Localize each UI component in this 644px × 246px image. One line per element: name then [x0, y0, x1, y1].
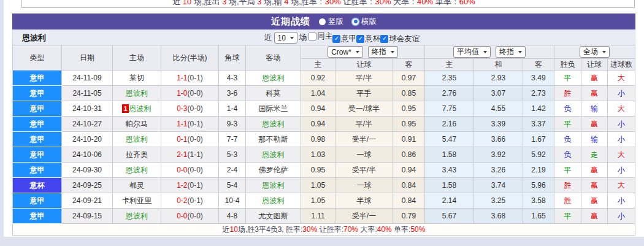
away-team-cell[interactable]: 恩波利 — [246, 71, 301, 86]
checkbox-checked-icon[interactable]: ✓ — [332, 35, 340, 43]
layout-horizontal-radio[interactable]: 横版 — [352, 17, 377, 27]
result-glyph: 赢 — [591, 212, 598, 220]
home-team-cell[interactable]: 莱切 — [113, 71, 161, 86]
result-handicap-cell: 输 — [581, 101, 608, 117]
chevron-down-icon — [391, 51, 394, 53]
filter-checkbox[interactable]: ✓球会友谊 — [380, 34, 420, 44]
result-glyph: 赢 — [591, 166, 598, 174]
layout-vertical-radio[interactable]: 竖版 — [319, 17, 343, 27]
result-glyph: 赢 — [591, 74, 598, 82]
league-filter-checkboxes: 同主✓意甲✓意杯✓球会友谊 — [309, 31, 420, 44]
handicap-cell: 一球 — [335, 147, 393, 163]
result-glyph: 平 — [564, 212, 572, 220]
stats-segment: 50% — [410, 225, 425, 234]
halftime-score: (0-0) — [188, 212, 203, 220]
result-glyph: 大 — [618, 150, 625, 159]
result-glyph: 负 — [564, 104, 572, 113]
score-cell[interactable]: 0-3(0-0) — [161, 101, 219, 117]
avg-home-cell: 2.16 — [425, 117, 474, 132]
home-team-cell[interactable]: 卡利亚里 — [113, 193, 161, 209]
result-wdl-cell: 平 — [554, 71, 581, 86]
sub-col-header: 让球 — [335, 59, 393, 71]
score-cell[interactable]: 0-0(0-0) — [161, 163, 219, 178]
average-select[interactable]: 平均值 — [453, 46, 491, 58]
score-cell[interactable]: 1-0(0-0) — [161, 86, 219, 101]
result-wdl-cell: 平 — [554, 117, 581, 132]
score-cell[interactable]: 1-1(0-1) — [161, 117, 219, 132]
result-glyph: 输 — [591, 135, 598, 144]
result-glyph: 小 — [618, 135, 625, 144]
home-team-cell[interactable]: 帕尔马 — [113, 117, 161, 132]
stats-segment: 场,输 — [261, 0, 284, 6]
result-glyph: 胜 — [564, 181, 572, 190]
stats-segment: 大率: — [358, 225, 377, 234]
games-count-select[interactable]: 10 — [274, 32, 297, 44]
home-team-cell[interactable]: 恩波利 — [113, 132, 161, 147]
checkbox-checked-icon[interactable]: ✓ — [380, 35, 388, 43]
score-cell[interactable]: 0-0(0-0) — [161, 209, 219, 224]
score-cell[interactable]: 2-1(1-1) — [161, 147, 219, 163]
full-match-select[interactable]: 全场 — [580, 46, 610, 58]
home-team-name: 恩波利 — [126, 89, 148, 98]
away-team-cell[interactable]: 恩波利 — [246, 117, 301, 132]
sub-col-header: 让球 — [581, 59, 608, 71]
stats-segment: 场,平局 — [226, 0, 257, 6]
score-cell[interactable]: 1-2(0-1) — [161, 178, 219, 193]
home-team-cell[interactable]: 拉齐奥 — [113, 147, 161, 163]
summary-stats-line: 近10场,胜3平4负3, 胜率:30% 让胜率:70% 大率:40% 单率:50… — [13, 224, 635, 236]
home-team-cell[interactable]: 恩波利 — [113, 86, 161, 101]
filter-checkbox[interactable]: ✓意甲 — [332, 34, 356, 44]
away-team-cell[interactable]: 国际米兰 — [246, 101, 301, 117]
home-team-cell[interactable]: 都灵 — [113, 178, 161, 193]
previous-section-stats-line: 近 10 场,胜出 3 场,平局 3 场,输 4 场,胜率：30% 让胜率：30… — [12, 0, 635, 7]
league-type-badge: 意甲 — [13, 193, 62, 209]
stats-segment: 近 — [223, 225, 230, 234]
checkbox-unchecked-icon[interactable] — [309, 33, 316, 40]
home-team-name: 恩波利 — [126, 135, 148, 144]
stats-segment: 单率： — [433, 0, 459, 6]
home-team-cell[interactable]: 恩波利 — [113, 163, 161, 178]
handicap-cell: 平/半 — [335, 71, 393, 86]
score-cell[interactable]: 1-1(0-1) — [161, 71, 219, 86]
away-team-cell[interactable]: 佛罗伦萨 — [246, 163, 301, 178]
checkbox-checked-icon[interactable]: ✓ — [356, 35, 364, 43]
away-team-cell[interactable]: 尤文图斯 — [246, 209, 301, 224]
bookmaker-select[interactable]: Crow* — [328, 46, 363, 58]
away-team-cell[interactable]: 恩波利 — [246, 178, 301, 193]
filter-controls-row: 恩波利 近 10 场 同主✓意甲✓意杯✓球会友谊 — [12, 29, 635, 45]
result-glyph: 赢 — [591, 181, 598, 190]
odds-time-select[interactable]: 终指 — [368, 46, 398, 58]
away-team-cell[interactable]: 科莫 — [246, 86, 301, 101]
result-goals-cell: 大 — [608, 71, 635, 86]
away-team-cell[interactable]: 那不勒斯 — [246, 132, 301, 147]
col-header-date: 日期 — [62, 45, 113, 71]
away-team-cell[interactable]: 恩波利 — [246, 193, 301, 209]
result-handicap-cell: 赢 — [581, 163, 608, 178]
result-glyph: 大 — [618, 104, 625, 113]
section-header-bar: 近期战绩 竖版 横版 — [12, 13, 635, 29]
away-team-cell[interactable]: 恩波利 — [246, 147, 301, 163]
odds-home-cell: 0.92 — [301, 71, 335, 86]
date-cell: 24-11-05 — [62, 86, 113, 101]
average-time-select[interactable]: 终指 — [496, 46, 526, 58]
league-type-badge: 意甲 — [13, 71, 62, 86]
result-glyph: 大 — [618, 181, 625, 190]
radio-unchecked-icon[interactable] — [319, 18, 326, 25]
score-cell[interactable]: 0-1(0-0) — [161, 132, 219, 147]
score-cell[interactable]: 0-2(0-1) — [161, 193, 219, 209]
home-team-cell[interactable]: 1恩波利 — [113, 101, 161, 117]
filter-checkbox[interactable]: 同主 — [309, 31, 332, 42]
checkbox-label: 意甲 — [341, 34, 356, 44]
recent-results-table: 类型 日期 主场 比分(半场) 角球 客场 Crow* 终指 — [12, 45, 635, 236]
result-handicap-cell: 赢 — [581, 193, 608, 209]
chevron-down-icon — [602, 51, 606, 53]
home-team-cell[interactable]: 恩波利 — [113, 209, 161, 224]
radio-checked-icon[interactable] — [352, 18, 359, 25]
avg-draw-cell: 2.93 — [474, 71, 523, 86]
filter-checkbox[interactable]: ✓意杯 — [356, 34, 380, 44]
average-odds-header: 平均值 终指 — [425, 45, 554, 59]
odds-away-cell: 0.85 — [393, 86, 425, 101]
stats-segment: 30% — [375, 0, 391, 6]
checkbox-label: 同主 — [317, 31, 332, 42]
checkbox-label: 意杯 — [365, 34, 380, 44]
